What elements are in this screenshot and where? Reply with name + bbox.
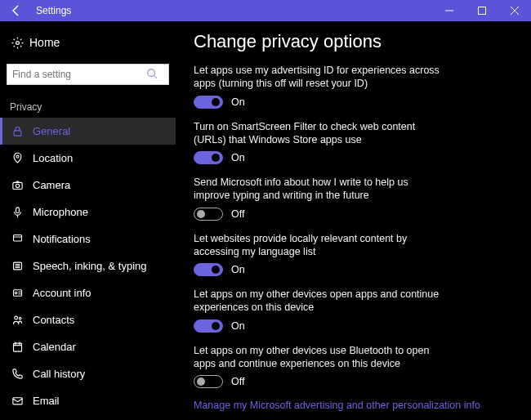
sidebar-item-camera[interactable]: Camera xyxy=(0,172,176,199)
sidebar-item-label: Speech, inking, & typing xyxy=(33,260,146,272)
svg-rect-17 xyxy=(14,343,22,351)
option-description: Send Microsoft info about how I write to… xyxy=(194,176,447,203)
camera-icon xyxy=(11,179,33,191)
location-icon xyxy=(11,152,33,164)
settings-gear-icon xyxy=(11,37,29,49)
main-content: Change privacy options Let apps use my a… xyxy=(176,21,531,420)
option-description: Let apps on my other devices open apps a… xyxy=(194,288,447,315)
sidebar-item-label: Location xyxy=(33,152,73,164)
account-icon xyxy=(11,287,33,299)
sidebar-item-call-history[interactable]: Call history xyxy=(0,360,176,387)
svg-point-2 xyxy=(16,41,20,44)
sidebar-item-label: Microphone xyxy=(33,206,88,218)
svg-rect-9 xyxy=(16,208,20,213)
sidebar-item-label: Account info xyxy=(33,287,91,299)
svg-rect-21 xyxy=(13,398,22,404)
contacts-icon xyxy=(11,314,33,326)
arrow-left-icon xyxy=(10,4,23,17)
sidebar-item-label: Call history xyxy=(33,368,85,380)
close-icon xyxy=(511,7,519,15)
sidebar-item-account-info[interactable]: Account info xyxy=(0,279,176,306)
toggle-state-label: On xyxy=(231,264,245,275)
sidebar-item-label: Camera xyxy=(33,179,70,191)
toggle-switch[interactable] xyxy=(194,319,223,333)
titlebar: Settings xyxy=(0,0,531,21)
svg-rect-11 xyxy=(14,235,22,242)
toggle-state-label: On xyxy=(231,96,245,108)
svg-point-8 xyxy=(16,184,19,187)
toggle-switch[interactable] xyxy=(194,375,223,388)
toggle-switch[interactable] xyxy=(194,208,223,221)
svg-rect-7 xyxy=(13,182,22,189)
sidebar-item-email[interactable]: Email xyxy=(0,387,176,414)
option-description: Let apps use my advertising ID for exper… xyxy=(194,64,447,91)
sidebar-item-notifications[interactable]: Notifications xyxy=(0,226,176,252)
sidebar-category: Privacy xyxy=(0,93,176,118)
option-description: Turn on SmartScreen Filter to check web … xyxy=(194,120,447,147)
lock-icon xyxy=(11,125,33,137)
minimize-icon xyxy=(445,7,453,15)
sidebar-item-label: Notifications xyxy=(33,233,91,245)
sidebar-item-microphone[interactable]: Microphone xyxy=(0,199,176,226)
notifications-icon xyxy=(11,233,33,245)
sidebar-item-location[interactable]: Location xyxy=(0,145,176,172)
back-button[interactable] xyxy=(0,0,33,21)
minimize-button[interactable] xyxy=(433,0,466,21)
page-title: Change privacy options xyxy=(194,31,516,52)
toggle-state-label: On xyxy=(231,320,245,332)
maximize-icon xyxy=(478,7,486,15)
svg-point-15 xyxy=(15,316,18,319)
svg-rect-1 xyxy=(479,7,486,15)
toggle-switch[interactable] xyxy=(194,96,223,109)
toggle-switch[interactable] xyxy=(194,263,223,276)
privacy-option: Send Microsoft info about how I write to… xyxy=(194,176,447,221)
svg-point-16 xyxy=(19,317,21,319)
sidebar-item-general[interactable]: General xyxy=(0,118,176,145)
search-input[interactable] xyxy=(7,64,169,85)
sidebar-item-contacts[interactable]: Contacts xyxy=(0,306,176,333)
sidebar-item-calendar[interactable]: Calendar xyxy=(0,333,176,360)
privacy-option: Let apps use my advertising ID for exper… xyxy=(194,64,447,109)
sidebar-item-label: Contacts xyxy=(33,314,74,326)
sidebar: Home Privacy GeneralLocationCameraMicrop… xyxy=(0,21,176,420)
toggle-state-label: Off xyxy=(231,376,244,387)
toggle-switch[interactable] xyxy=(194,151,223,164)
home-label: Home xyxy=(29,36,60,49)
svg-point-6 xyxy=(16,155,19,158)
privacy-option: Let apps on my other devices use Bluetoo… xyxy=(194,344,447,389)
home-link[interactable]: Home xyxy=(0,29,176,56)
toggle-state-label: On xyxy=(231,152,245,163)
email-icon xyxy=(11,395,33,407)
svg-rect-5 xyxy=(14,131,21,136)
window-title: Settings xyxy=(36,5,71,16)
call-icon xyxy=(11,368,33,380)
sidebar-item-label: General xyxy=(33,125,70,137)
calendar-icon xyxy=(11,341,33,353)
toggle-state-label: Off xyxy=(231,208,244,220)
maximize-button[interactable] xyxy=(466,0,498,21)
speech-icon xyxy=(11,260,33,272)
option-description: Let websites provide locally relevant co… xyxy=(194,232,447,259)
privacy-option: Let websites provide locally relevant co… xyxy=(194,232,447,277)
manage-ad-link[interactable]: Manage my Microsoft advertising and othe… xyxy=(194,400,516,411)
privacy-option: Turn on SmartScreen Filter to check web … xyxy=(194,120,447,165)
svg-point-14 xyxy=(15,292,17,294)
sidebar-item-label: Email xyxy=(33,395,60,407)
option-description: Let apps on my other devices use Bluetoo… xyxy=(194,344,447,371)
close-button[interactable] xyxy=(498,0,531,21)
sidebar-item-speech-inking-typing[interactable]: Speech, inking, & typing xyxy=(0,252,176,279)
sidebar-item-label: Calendar xyxy=(33,341,76,353)
privacy-option: Let apps on my other devices open apps a… xyxy=(194,288,447,333)
microphone-icon xyxy=(11,206,33,218)
